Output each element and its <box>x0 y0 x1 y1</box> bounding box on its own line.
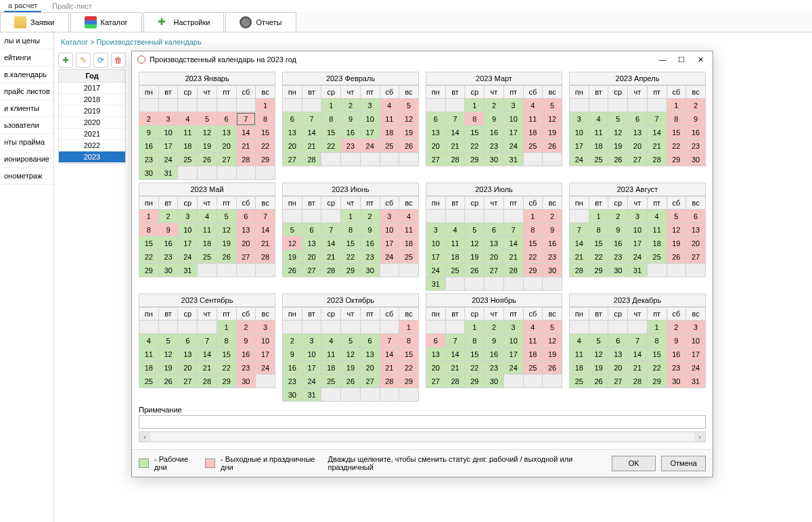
day-10-25[interactable]: 25 <box>321 375 341 388</box>
day-12-5[interactable]: 5 <box>589 334 608 348</box>
day-7-2[interactable]: 2 <box>543 210 562 223</box>
day-5-30[interactable]: 30 <box>158 264 178 277</box>
day-10-20[interactable]: 20 <box>360 361 380 375</box>
day-5-5[interactable]: 5 <box>217 210 236 223</box>
day-2-11[interactable]: 11 <box>380 112 399 126</box>
day-9-17[interactable]: 17 <box>256 348 275 361</box>
day-12-20[interactable]: 20 <box>608 361 628 375</box>
day-2-20[interactable]: 20 <box>283 139 302 153</box>
day-4-26[interactable]: 26 <box>608 153 628 166</box>
day-12-27[interactable]: 27 <box>608 375 628 388</box>
day-5-24[interactable]: 24 <box>178 250 198 264</box>
day-8-17[interactable]: 17 <box>628 237 648 250</box>
day-3-17[interactable]: 17 <box>503 126 523 139</box>
day-9-30[interactable]: 30 <box>236 375 256 388</box>
cancel-button[interactable]: Отмена <box>661 456 706 471</box>
day-5-4[interactable]: 4 <box>198 210 217 223</box>
day-8-7[interactable]: 7 <box>570 223 589 237</box>
day-5-23[interactable]: 23 <box>158 250 178 264</box>
day-2-3[interactable]: 3 <box>360 99 380 112</box>
day-4-30[interactable]: 30 <box>686 153 706 166</box>
day-6-19[interactable]: 19 <box>283 250 302 264</box>
day-6-15[interactable]: 15 <box>341 237 361 250</box>
day-12-13[interactable]: 13 <box>608 348 628 361</box>
day-2-27[interactable]: 27 <box>283 153 302 166</box>
day-6-20[interactable]: 20 <box>302 250 321 264</box>
year-2023[interactable]: 2023 <box>59 151 125 163</box>
day-2-14[interactable]: 14 <box>302 126 321 139</box>
day-3-30[interactable]: 30 <box>484 153 504 166</box>
day-12-30[interactable]: 30 <box>667 375 686 388</box>
maximize-button[interactable]: ☐ <box>672 52 691 67</box>
day-7-18[interactable]: 18 <box>445 250 465 264</box>
add-button[interactable]: ✚ <box>58 53 73 68</box>
day-1-26[interactable]: 26 <box>198 153 217 166</box>
day-10-2[interactable]: 2 <box>283 334 302 348</box>
close-button[interactable]: ✕ <box>691 52 710 67</box>
day-6-2[interactable]: 2 <box>360 210 380 223</box>
day-10-13[interactable]: 13 <box>360 348 380 361</box>
day-11-27[interactable]: 27 <box>426 375 446 388</box>
day-9-13[interactable]: 13 <box>178 348 198 361</box>
day-3-8[interactable]: 8 <box>465 112 484 126</box>
day-1-27[interactable]: 27 <box>217 153 236 166</box>
day-3-7[interactable]: 7 <box>445 112 465 126</box>
day-2-17[interactable]: 17 <box>360 126 380 139</box>
day-3-1[interactable]: 1 <box>465 99 484 112</box>
day-4-15[interactable]: 15 <box>667 126 686 139</box>
day-11-1[interactable]: 1 <box>465 321 484 334</box>
day-1-11[interactable]: 11 <box>178 126 198 139</box>
day-2-24[interactable]: 24 <box>360 139 380 153</box>
day-6-11[interactable]: 11 <box>399 223 419 237</box>
year-2020[interactable]: 2020 <box>59 117 125 128</box>
day-10-18[interactable]: 18 <box>321 361 341 375</box>
day-7-5[interactable]: 5 <box>465 223 484 237</box>
day-7-15[interactable]: 15 <box>523 237 543 250</box>
day-12-10[interactable]: 10 <box>686 334 706 348</box>
year-2018[interactable]: 2018 <box>59 94 125 105</box>
day-7-7[interactable]: 7 <box>503 223 523 237</box>
day-8-1[interactable]: 1 <box>589 210 608 223</box>
day-3-19[interactable]: 19 <box>543 126 562 139</box>
day-10-16[interactable]: 16 <box>283 361 302 375</box>
tab-settings[interactable]: Настройки <box>143 12 225 32</box>
day-2-4[interactable]: 4 <box>380 99 399 112</box>
day-6-21[interactable]: 21 <box>321 250 341 264</box>
day-9-27[interactable]: 27 <box>178 375 198 388</box>
day-2-1[interactable]: 1 <box>321 99 341 112</box>
day-1-16[interactable]: 16 <box>139 139 159 153</box>
day-8-27[interactable]: 27 <box>686 250 706 264</box>
day-11-30[interactable]: 30 <box>484 375 504 388</box>
day-1-22[interactable]: 22 <box>256 139 275 153</box>
day-9-21[interactable]: 21 <box>198 361 217 375</box>
day-7-16[interactable]: 16 <box>543 237 562 250</box>
day-5-17[interactable]: 17 <box>178 237 198 250</box>
day-12-25[interactable]: 25 <box>570 375 589 388</box>
day-9-26[interactable]: 26 <box>158 375 178 388</box>
day-6-18[interactable]: 18 <box>399 237 419 250</box>
day-3-22[interactable]: 22 <box>465 139 484 153</box>
day-1-29[interactable]: 29 <box>256 153 275 166</box>
day-7-14[interactable]: 14 <box>503 237 523 250</box>
day-4-21[interactable]: 21 <box>647 139 667 153</box>
day-1-5[interactable]: 5 <box>198 112 217 126</box>
day-9-23[interactable]: 23 <box>236 361 256 375</box>
day-3-13[interactable]: 13 <box>426 126 446 139</box>
day-11-2[interactable]: 2 <box>484 321 504 334</box>
day-2-9[interactable]: 9 <box>341 112 361 126</box>
day-12-18[interactable]: 18 <box>570 361 589 375</box>
day-10-27[interactable]: 27 <box>360 375 380 388</box>
day-3-9[interactable]: 9 <box>484 112 504 126</box>
day-1-7[interactable]: 7 <box>236 112 256 126</box>
day-7-11[interactable]: 11 <box>445 237 465 250</box>
day-11-17[interactable]: 17 <box>503 348 523 361</box>
day-11-29[interactable]: 29 <box>465 375 484 388</box>
day-6-7[interactable]: 7 <box>321 223 341 237</box>
day-11-20[interactable]: 20 <box>426 361 446 375</box>
day-9-14[interactable]: 14 <box>198 348 217 361</box>
day-11-15[interactable]: 15 <box>465 348 484 361</box>
day-5-10[interactable]: 10 <box>178 223 198 237</box>
day-5-26[interactable]: 26 <box>217 250 236 264</box>
day-6-23[interactable]: 23 <box>360 250 380 264</box>
day-3-18[interactable]: 18 <box>523 126 543 139</box>
